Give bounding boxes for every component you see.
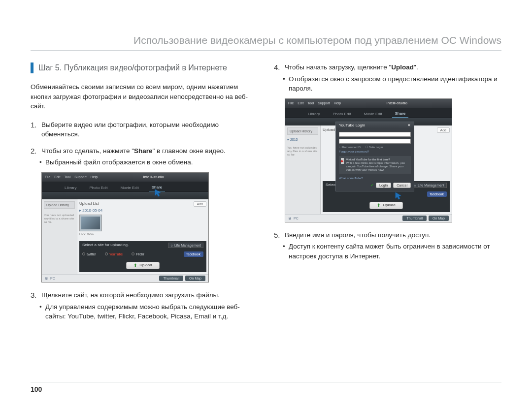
ss-forgot-link: Forgot your password? bbox=[339, 150, 411, 153]
step-4-suffix: ". bbox=[414, 63, 418, 71]
pc-icon: 🖥 bbox=[45, 277, 48, 280]
two-column-layout: Шаг 5. Публикация видео/фотографий в Инт… bbox=[31, 63, 501, 328]
right-column: 4. Чтобы начать загрузку, щелкните "Uplo… bbox=[274, 63, 501, 328]
ss-life-management: ☼ Life Management bbox=[411, 183, 447, 188]
ss-tab-movie-edit: Movie Edit bbox=[117, 185, 141, 191]
step-4: 4. Чтобы начать загрузку, щелкните "Uplo… bbox=[274, 63, 501, 222]
ss-menu-file: File bbox=[45, 175, 50, 179]
ss-login-button: Login bbox=[376, 183, 391, 188]
step-number: 1. bbox=[31, 120, 41, 130]
ss-tab-share: Share bbox=[392, 110, 408, 118]
ss-tabs: Library Photo Edit Movie Edit Share bbox=[42, 182, 208, 191]
ss-tab-library: Library bbox=[305, 111, 323, 118]
youtube-icon: ▶ bbox=[341, 158, 344, 164]
step-5-bullet: Доступ к контенту сайта может быть огран… bbox=[283, 242, 501, 261]
ss-bottombar: 🖥 PC Thumbnail On Map bbox=[285, 214, 452, 222]
ss-titlebar: File Edit Tool Support Help Intelli-stud… bbox=[285, 99, 452, 108]
ss-menu-tool: Tool bbox=[64, 175, 70, 179]
close-icon: ✕ bbox=[407, 124, 411, 127]
ss-menu-support: Support bbox=[74, 175, 87, 179]
step-4-prefix: Чтобы начать загрузку, щелкните " bbox=[285, 63, 391, 71]
ss-tab-movie-edit: Movie Edit bbox=[361, 111, 385, 118]
step-2-bullet: Выбранный файл отображается в окне обмен… bbox=[39, 157, 258, 167]
step-number: 5. bbox=[274, 230, 285, 240]
ss-sidebar-header: Upload History bbox=[287, 127, 318, 135]
ss-upload-button: ⬆ Upload bbox=[126, 262, 159, 269]
ss-upload-label: Upload bbox=[383, 203, 395, 207]
ss-bottom-onmap: On Map bbox=[429, 216, 449, 221]
ss-bottom-thumbnail: Thumbnail bbox=[402, 216, 427, 221]
ss-date-group: ▸ 2010-05-04 bbox=[79, 209, 206, 213]
ss-thumbnail-label: HDV_0001 bbox=[79, 232, 102, 235]
ss-sidebar: Upload History You have not uploaded any… bbox=[42, 199, 77, 274]
step-text: Введите имя и пароля, чтобы получить дос… bbox=[285, 230, 501, 240]
ss-site-facebook: facebook bbox=[427, 191, 447, 197]
ss-sites-row: twitter YouTube Flickr facebook bbox=[79, 250, 206, 259]
step-4-bullets: Отобразится окно с запросом о предоставл… bbox=[274, 74, 501, 94]
step-3: 3. Щелкните сайт, на которой необходимо … bbox=[31, 290, 258, 321]
step-text: Чтобы начать загрузку, щелкните "Upload"… bbox=[285, 63, 501, 72]
step-text: Чтобы это сделать, нажмите "Share" в гла… bbox=[41, 146, 258, 156]
ss-brand-row: ▶ Visited YouTube for the first time? Wi… bbox=[339, 156, 411, 174]
step-2: 2. Чтобы это сделать, нажмите "Share" в … bbox=[31, 146, 258, 282]
ss-menu-edit: Edit bbox=[298, 101, 303, 105]
ss-app-name: Intelli-studio bbox=[345, 101, 449, 105]
step-1: 1. Выберите видео или фотографии, которы… bbox=[31, 120, 258, 139]
ss-bottom-pc: PC bbox=[294, 217, 299, 220]
step-number: 2. bbox=[31, 146, 41, 156]
ss-app-name: Intelli-studio bbox=[101, 175, 205, 179]
ss-remember-id: ☐ Remember ID bbox=[339, 146, 361, 149]
pc-icon: 🖥 bbox=[288, 217, 292, 220]
ss-menu-tool: Tool bbox=[307, 101, 314, 105]
step-2-prefix: Чтобы это сделать, нажмите " bbox=[41, 147, 134, 155]
ss-whatis-link: What is YouTube? bbox=[339, 177, 411, 180]
step-5: 5. Введите имя и пароля, чтобы получить … bbox=[274, 230, 501, 261]
ss-login-buttons: ✔ Login Cancel bbox=[339, 183, 411, 188]
ss-thumbnail bbox=[79, 215, 102, 231]
screenshot-share-window: File Edit Tool Support Help Intelli-stud… bbox=[41, 172, 209, 282]
ss-safe-login: ☐ Safe Login bbox=[366, 146, 383, 149]
step-text: Щелкните сайт, на которой необходимо заг… bbox=[41, 290, 258, 300]
ss-bottom-pc: PC bbox=[50, 277, 55, 280]
ss-menu-help: Help bbox=[91, 175, 98, 179]
ss-menu-help: Help bbox=[334, 101, 341, 105]
ss-site-facebook: facebook bbox=[184, 251, 203, 257]
ss-date-text: 2010-05-04 bbox=[82, 208, 102, 213]
ss-site-flickr: Flickr bbox=[132, 252, 144, 256]
screenshot-login-dialog: File Edit Tool Support Help Intelli-stud… bbox=[285, 98, 452, 222]
steps-list-left: 1. Выберите видео или фотографии, которы… bbox=[31, 120, 258, 321]
ss-add-button: Add bbox=[437, 127, 450, 133]
step-number: 3. bbox=[31, 290, 41, 300]
step-4-term: Upload bbox=[391, 63, 414, 71]
ss-bottom-onmap: On Map bbox=[185, 276, 205, 281]
ss-bottom-thumbnail: Thumbnail bbox=[159, 276, 183, 281]
ss-sidebar-note: You have not uploaded any files to a sha… bbox=[44, 214, 75, 224]
ss-tab-photo-edit: Photo Edit bbox=[330, 111, 354, 118]
ss-login-id-input bbox=[339, 132, 411, 137]
ss-select-label: Select a site for uploading. bbox=[82, 243, 129, 247]
ss-sidebar-header: Upload History bbox=[44, 201, 75, 209]
step-2-bullets: Выбранный файл отображается в окне обмен… bbox=[31, 157, 258, 167]
ss-select-bar: Select a site for uploading. ☼ Life Mana… bbox=[79, 241, 206, 250]
ss-login-title: YouTube Login ✕ bbox=[336, 122, 414, 129]
ss-sidebar-date: ▾ 2010 - bbox=[287, 138, 318, 141]
step-5-bullets: Доступ к контенту сайта может быть огран… bbox=[274, 242, 501, 261]
ss-toolbar bbox=[42, 191, 208, 199]
ss-brand-note: With a few clicks and simple information… bbox=[346, 161, 409, 172]
step-3-bullets: Для управления содержимым можно выбрать … bbox=[31, 302, 258, 321]
ss-menu-file: File bbox=[288, 101, 294, 105]
ss-upload-row: ⬆ Upload bbox=[79, 259, 206, 272]
ss-body: Upload History You have not uploaded any… bbox=[42, 199, 208, 274]
check-icon: ✔ bbox=[370, 184, 374, 188]
section-heading-text: Шаг 5. Публикация видео/фотографий в Инт… bbox=[38, 63, 227, 72]
ss-main: Upload List Add ▸ 2010-05-04 HDV_0001 bbox=[77, 199, 208, 274]
section-heading: Шаг 5. Публикация видео/фотографий в Инт… bbox=[31, 63, 258, 73]
section-accent-bar bbox=[31, 63, 33, 73]
ss-sidebar: Upload History ▾ 2010 - You have not upl… bbox=[285, 125, 321, 214]
ss-tabs: Library Photo Edit Movie Edit Share bbox=[285, 108, 452, 118]
ss-login-pw-input bbox=[339, 139, 411, 144]
manual-page: Использование видеокамеры с компьютером … bbox=[0, 0, 532, 407]
step-3-bullet: Для управления содержимым можно выбрать … bbox=[39, 302, 258, 321]
ss-upload-label: Upload bbox=[139, 263, 152, 267]
step-text: Выберите видео или фотографии, которыми … bbox=[41, 120, 258, 139]
